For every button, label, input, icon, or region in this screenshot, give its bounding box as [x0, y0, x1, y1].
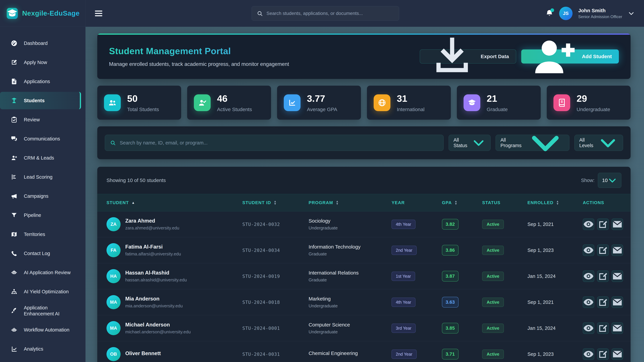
stat-label: International	[397, 107, 424, 112]
eye-action-button[interactable]	[583, 349, 594, 360]
edit-action-button[interactable]	[597, 297, 608, 308]
edit-action-button[interactable]	[597, 349, 608, 360]
stat-card-graduate: 21Graduate	[457, 86, 541, 120]
column-header-year: YEAR	[392, 200, 442, 205]
mail-action-button[interactable]	[612, 271, 623, 282]
mail-action-button[interactable]	[612, 349, 623, 360]
sidebar-item-label: AI Application Review	[24, 270, 70, 276]
student-id: STU-2024-0032	[242, 222, 308, 227]
notifications-bell-icon[interactable]	[546, 9, 554, 17]
sidebar-item-workflow-automation[interactable]: Workflow Automation	[0, 321, 81, 339]
column-header-enrolled[interactable]: ENROLLED▲▼	[528, 200, 583, 205]
sidebar-item-territories[interactable]: Territories	[0, 226, 81, 243]
eye-action-button[interactable]	[583, 323, 594, 334]
page-header-card: Student Management Portal Manage enrolle…	[97, 33, 630, 79]
topbar-right: JS John Smith Senior Admission Officer	[546, 7, 634, 20]
stat-card-undergraduate: 29Undergraduate	[547, 86, 630, 120]
chevron-down-icon	[608, 176, 617, 185]
page-size-select[interactable]: 10	[598, 173, 621, 188]
gpa-badge: 3.85	[442, 323, 458, 334]
sidebar-item-ai-yield-optimization[interactable]: AI Yield Optimization	[0, 283, 81, 300]
programs-filter-select[interactable]: All Programs	[496, 135, 569, 151]
clipboard-icon	[10, 116, 18, 123]
gpa-badge: 3.82	[442, 219, 458, 230]
mail-action-button[interactable]	[612, 219, 623, 230]
edit-icon	[598, 219, 608, 230]
mail-action-button[interactable]	[612, 245, 623, 256]
enrolled-date: Sep 1, 2021	[528, 222, 583, 227]
table-search	[105, 135, 444, 151]
funnel-icon	[10, 212, 18, 219]
mail-icon	[612, 271, 623, 282]
sidebar-item-label: Lead Scoring	[24, 174, 52, 180]
sidebar-item-lead-scoring[interactable]: Lead Scoring	[0, 168, 81, 186]
mail-icon	[612, 219, 623, 230]
enrolled-date: Jan 15, 2024	[528, 326, 583, 331]
sidebar-item-label: Applications	[24, 78, 50, 84]
sort-icon: ▲▼	[274, 200, 277, 205]
eye-action-button[interactable]	[583, 219, 594, 230]
edit-action-button[interactable]	[597, 219, 608, 230]
status-badge: Active	[482, 324, 504, 333]
edit-action-button[interactable]	[597, 245, 608, 256]
stat-label: Graduate	[487, 107, 508, 112]
add-student-button[interactable]: Add Student	[521, 49, 619, 63]
program-name: Sociology	[308, 218, 392, 224]
sidebar-item-students[interactable]: Students	[0, 92, 81, 109]
sidebar-item-campaigns[interactable]: Campaigns	[0, 187, 81, 205]
eye-action-button[interactable]	[583, 271, 594, 282]
sidebar-item-label: CRM & Leads	[24, 155, 54, 161]
enrolled-date: Sep 1, 2021	[528, 300, 583, 305]
levels-filter-select[interactable]: All Levels	[574, 135, 623, 151]
column-header-student[interactable]: STUDENT▲	[106, 200, 242, 205]
sidebar-item-communications[interactable]: Communications	[0, 130, 81, 147]
sidebar-item-label: Campaigns	[24, 193, 48, 199]
sidebar-item-dashboard[interactable]: Dashboard	[0, 34, 81, 52]
eye-icon	[583, 219, 594, 230]
export-data-button[interactable]: Export Data	[420, 49, 516, 63]
user-avatar[interactable]: JS	[559, 7, 572, 20]
stat-label: Undergraduate	[576, 107, 610, 112]
chevron-down-icon[interactable]	[628, 10, 634, 17]
hamburger-menu-icon[interactable]	[95, 10, 102, 16]
sidebar-item-analytics[interactable]: Analytics	[0, 340, 81, 358]
edit-action-button[interactable]	[597, 323, 608, 334]
app-root: Nexgile-EduSage DashboardApply NowApplic…	[0, 0, 644, 362]
stat-value: 21	[487, 93, 508, 104]
status-badge: Active	[482, 272, 504, 281]
column-header-program[interactable]: PROGRAM▲▼	[308, 200, 392, 205]
mail-action-button[interactable]	[612, 297, 623, 308]
student-name: Michael Anderson	[125, 322, 191, 328]
status-filter-select[interactable]: All Status	[448, 135, 490, 151]
sidebar-item-crm-leads[interactable]: CRM & Leads	[0, 149, 81, 167]
sidebar-item-apply-now[interactable]: Apply Now	[0, 54, 81, 71]
sidebar-item-pipeline[interactable]: Pipeline	[0, 206, 81, 224]
avatar: MA	[106, 295, 120, 309]
sidebar-item-label: Application Enhancement AI	[24, 305, 78, 317]
table-search-input[interactable]	[120, 140, 438, 146]
gauge-icon	[10, 39, 18, 47]
gpa-badge: 3.87	[442, 271, 458, 282]
sidebar-item-ai-application-review[interactable]: AI Application Review	[0, 264, 81, 281]
stat-label: Total Students	[127, 107, 159, 112]
sidebar-item-applications[interactable]: Applications	[0, 73, 81, 90]
eye-action-button[interactable]	[583, 245, 594, 256]
sidebar-item-application-enhancement-ai[interactable]: Application Enhancement AI	[0, 302, 81, 320]
mail-action-button[interactable]	[612, 323, 623, 334]
sidebar-item-review[interactable]: Review	[0, 111, 81, 128]
brand-logo-icon	[7, 8, 18, 19]
year-badge: 2nd Year	[392, 350, 416, 359]
eye-action-button[interactable]	[583, 297, 594, 308]
row-actions	[583, 271, 630, 282]
file-icon	[10, 78, 18, 85]
row-actions	[583, 297, 630, 308]
program-level: Graduate	[308, 277, 392, 283]
enrolled-date: Sep 1, 2023	[528, 352, 583, 357]
column-header-student-id[interactable]: STUDENT ID▲▼	[242, 200, 308, 205]
global-search-input[interactable]	[266, 11, 394, 16]
sidebar-item-label: Dashboard	[24, 40, 48, 46]
sidebar-item-contact-log[interactable]: Contact Log	[0, 245, 81, 262]
column-header-status: STATUS	[482, 200, 528, 205]
column-header-gpa[interactable]: GPA▲▼	[442, 200, 482, 205]
edit-action-button[interactable]	[597, 271, 608, 282]
